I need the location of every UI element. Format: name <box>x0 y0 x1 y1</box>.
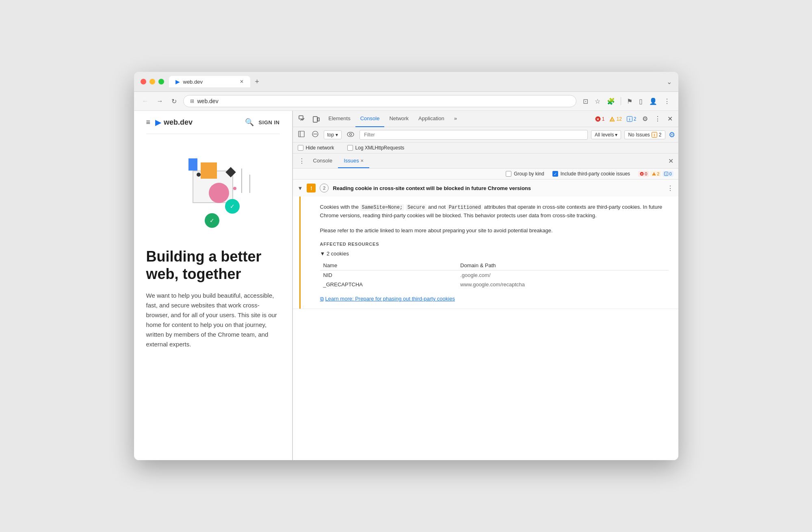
issue-count-badge: 2 <box>320 184 329 192</box>
issue-entry: ▼ ! 2 Reading cookie in cross-site conte… <box>293 179 678 309</box>
cookie-grecaptcha-name: _GRECAPTCHA <box>320 280 457 289</box>
console-filter-input[interactable] <box>359 130 588 140</box>
issues-issues-tab[interactable]: Issues × <box>338 154 369 168</box>
devtools-more-icon[interactable]: ⋮ <box>652 113 663 124</box>
devtools-panel: Elements Console Network Application » <box>292 111 678 460</box>
performance-icon[interactable]: ⚑ <box>625 96 634 107</box>
tab-network[interactable]: Network <box>384 111 414 127</box>
hamburger-menu[interactable]: ≡ <box>146 118 151 127</box>
group-by-kind-input[interactable] <box>506 171 511 177</box>
issue-expand-arrow[interactable]: ▼ <box>298 185 303 191</box>
error-badge[interactable]: ✕ 1 <box>593 115 606 123</box>
sign-in-button[interactable]: SIGN IN <box>259 119 280 125</box>
sidebar-toggle-icon[interactable]: ▯ <box>637 96 644 107</box>
issues-counter[interactable]: No Issues ! 2 <box>624 130 665 139</box>
illus-dot-pink <box>233 187 236 190</box>
console-clear-icon[interactable] <box>310 130 320 140</box>
illus-line-v <box>241 169 242 193</box>
page-search-icon[interactable]: 🔍 <box>245 118 254 127</box>
svg-rect-1 <box>313 117 317 122</box>
issue-header[interactable]: ▼ ! 2 Reading cookie in cross-site conte… <box>293 179 678 197</box>
issues-tabbar: ⋮ Console Issues × ✕ <box>293 154 678 169</box>
traffic-lights <box>141 79 164 84</box>
new-tab-button[interactable]: + <box>252 77 263 87</box>
browser-menu-icon[interactable]: ⋮ <box>662 96 672 107</box>
issues-more-icon[interactable]: ⋮ <box>296 154 307 168</box>
tab-elements[interactable]: Elements <box>324 111 355 127</box>
warning-mini-badge: ! 2 <box>650 171 661 177</box>
hide-network-checkbox-input[interactable] <box>298 145 303 151</box>
issues-panel-close-icon[interactable]: ✕ <box>667 156 675 167</box>
issues-console-tab[interactable]: Console <box>307 154 338 168</box>
devtools-settings-icon[interactable]: ⚙ <box>640 113 650 124</box>
issue-title: Reading cookie in cross-site context wil… <box>333 185 663 191</box>
context-arrow-icon: ▾ <box>336 132 338 138</box>
window-chevron[interactable]: ⌄ <box>667 78 672 86</box>
live-expressions-icon[interactable] <box>345 130 356 140</box>
close-button[interactable] <box>141 79 146 84</box>
issue-warning-icon: ! <box>307 184 316 192</box>
profile-icon[interactable]: 👤 <box>647 96 659 107</box>
extensions-icon[interactable]: 🧩 <box>605 96 617 107</box>
issue-body: Cookies with the SameSite=None; Secure a… <box>299 197 678 309</box>
back-button[interactable]: ← <box>141 96 150 106</box>
console-sidebar-icon[interactable] <box>296 130 307 140</box>
issue-description-2: Please refer to the article linked to le… <box>320 227 669 235</box>
address-bar[interactable]: ⊞ web.dev <box>183 95 576 107</box>
forward-button[interactable]: → <box>155 96 165 106</box>
group-by-kind-checkbox[interactable]: Group by kind <box>506 171 544 177</box>
hide-network-checkbox[interactable]: Hide network <box>298 145 334 151</box>
devtools-tabs: Elements Console Network Application » <box>324 111 592 127</box>
cookie-nid-domain: .google.com/ <box>457 270 668 280</box>
illus-orange-square <box>201 162 217 179</box>
svg-text:i: i <box>629 117 630 121</box>
devtools-close-icon[interactable]: ✕ <box>665 113 675 124</box>
svg-point-14 <box>350 133 352 135</box>
log-levels-selector[interactable]: All levels ▾ <box>591 130 621 139</box>
include-third-party-input[interactable]: ✓ <box>552 171 558 177</box>
warning-badge[interactable]: ⚠ 12 <box>608 115 623 123</box>
main-area: ≡ ▶ web.dev 🔍 SIGN IN ✓ ✓ <box>134 111 678 460</box>
devtools-console-bar: top ▾ All levels ▾ No Issues ! 2 ⚙ <box>293 127 678 143</box>
context-label: top <box>327 132 334 138</box>
illus-blue-rect <box>188 158 197 171</box>
logo-icon: ▶ <box>155 117 161 127</box>
inspect-element-icon[interactable] <box>296 114 308 124</box>
svg-text:!: ! <box>654 133 655 137</box>
svg-rect-2 <box>318 118 319 121</box>
issue-description: Cookies with the SameSite=None; Secure a… <box>320 203 669 220</box>
include-third-party-checkbox[interactable]: ✓ Include third-party cookie issues <box>552 171 630 177</box>
tab-close-button[interactable]: ✕ <box>240 79 244 84</box>
nav-actions: ⊡ ☆ 🧩 ⚑ ▯ 👤 ⋮ <box>581 96 672 107</box>
learn-more-link[interactable]: ⧉ Learn more: Prepare for phasing out th… <box>320 296 669 302</box>
tab-application[interactable]: Application <box>414 111 449 127</box>
bookmark-icon[interactable]: ☆ <box>593 96 602 107</box>
code-samesite: SameSite=None; <box>360 204 405 211</box>
issue-more-icon[interactable]: ⋮ <box>667 184 673 192</box>
context-selector[interactable]: top ▾ <box>324 130 342 139</box>
cast-icon[interactable]: ⊡ <box>581 96 590 107</box>
device-toggle-icon[interactable] <box>310 114 322 124</box>
svg-text:i: i <box>666 173 667 175</box>
tab-favicon: ▶ <box>175 78 180 85</box>
divider <box>621 97 621 105</box>
maximize-button[interactable] <box>158 79 164 84</box>
console-settings-icon[interactable]: ⚙ <box>669 130 675 139</box>
active-tab[interactable]: ▶ web.dev ✕ <box>169 76 250 87</box>
devtools-toolbar: Elements Console Network Application » <box>293 111 678 127</box>
info-mini-badge: i 0 <box>663 171 673 177</box>
log-xmlhttprequests-checkbox[interactable]: Log XMLHttpRequests <box>347 145 405 151</box>
cookies-toggle[interactable]: ▼ 2 cookies <box>320 251 669 257</box>
tab-title: web.dev <box>183 79 203 85</box>
log-xml-checkbox-input[interactable] <box>347 145 353 151</box>
devtools-toolbar-right: ✕ 1 ⚠ 12 i 2 ⚙ ⋮ ✕ <box>593 113 675 124</box>
site-logo[interactable]: ▶ web.dev <box>155 117 193 127</box>
cookie-nid-name: NID <box>320 270 457 280</box>
minimize-button[interactable] <box>149 79 155 84</box>
tab-console[interactable]: Console <box>355 111 385 127</box>
illus-teal-circle: ✓ <box>225 199 240 214</box>
reload-button[interactable]: ↻ <box>170 96 178 107</box>
hero-illustration: ✓ ✓ <box>164 146 262 236</box>
tab-more[interactable]: » <box>449 111 462 127</box>
info-badge[interactable]: i 2 <box>625 115 638 123</box>
